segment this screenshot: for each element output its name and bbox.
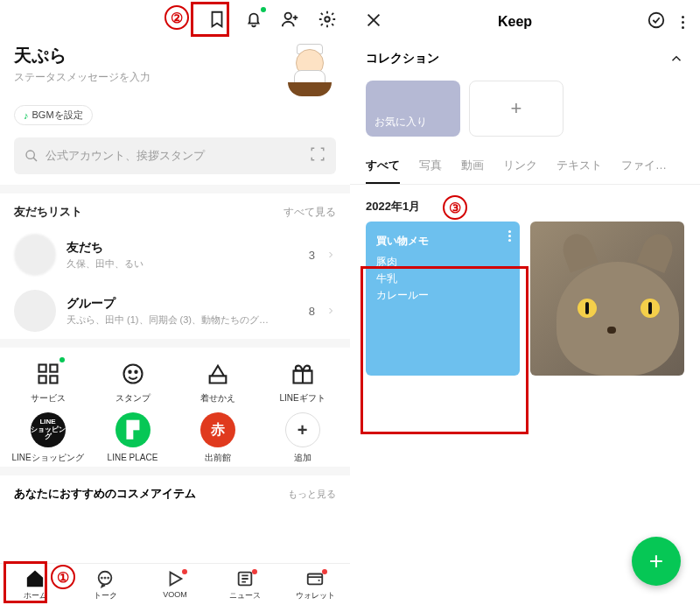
service-grid-row1: サービス スタンプ 着せかえ LINEギフト	[0, 348, 350, 407]
add-fab-button[interactable]: +	[632, 537, 681, 586]
check-icon[interactable]	[647, 11, 666, 33]
svg-rect-5	[38, 376, 46, 383]
close-icon[interactable]	[364, 11, 383, 33]
svg-point-17	[649, 13, 664, 28]
profile-avatar[interactable]	[284, 44, 336, 96]
nav-voom[interactable]: VOOM	[140, 569, 210, 601]
theme-button[interactable]: 着せかえ	[177, 360, 258, 404]
qr-scan-icon[interactable]	[310, 146, 326, 165]
line-place-button[interactable]: ▛LINE PLACE	[92, 412, 173, 463]
memo-more-icon[interactable]	[508, 230, 511, 242]
chevron-right-icon	[326, 306, 336, 316]
date-label: 2022年1月	[350, 185, 436, 222]
svg-point-9	[135, 371, 136, 373]
demaekan-button[interactable]: 赤出前館	[177, 412, 258, 463]
friends-row[interactable]: 友だち 久保、田中、るい 3	[0, 227, 350, 283]
nav-talk[interactable]: トーク	[70, 569, 140, 601]
annotation-box-2	[191, 2, 229, 37]
add-collection-button[interactable]: +	[469, 81, 564, 137]
bell-icon[interactable]	[243, 9, 264, 30]
keep-screen: Keep コレクション お気に入り + すべて 写真 動画 リンク テキスト フ…	[350, 0, 700, 605]
cosme-more-link[interactable]: もっと見る	[288, 488, 336, 501]
keep-photo-card[interactable]	[530, 222, 684, 376]
svg-rect-6	[50, 376, 57, 383]
nav-wallet[interactable]: ウォレット	[280, 569, 350, 601]
add-service-button[interactable]: +追加	[262, 412, 343, 463]
svg-rect-16	[308, 574, 323, 585]
svg-point-7	[123, 365, 142, 383]
line-shopping-button[interactable]: LINEショッピングLINEショッピング	[7, 412, 88, 463]
search-icon	[24, 149, 38, 163]
gift-button[interactable]: LINEギフト	[262, 360, 343, 404]
tab-video[interactable]: 動画	[461, 158, 484, 184]
annotation-box-1	[4, 561, 47, 603]
favorite-collection[interactable]: お気に入り	[366, 81, 460, 137]
svg-rect-3	[38, 365, 46, 372]
home-screen: ② 天ぷら ステータスメッセージを入力 ♪BGMを設定 公式アカウント、挨拶スタ…	[0, 0, 350, 605]
bgm-button[interactable]: ♪BGMを設定	[14, 105, 93, 125]
svg-point-13	[105, 578, 106, 579]
nav-news[interactable]: ニュース	[210, 569, 280, 601]
stamp-button[interactable]: スタンプ	[92, 360, 173, 404]
svg-point-14	[108, 578, 108, 579]
service-grid-row2: LINEショッピングLINEショッピング ▛LINE PLACE 赤出前館 +追…	[0, 407, 350, 467]
tab-all[interactable]: すべて	[366, 158, 400, 184]
add-friend-icon[interactable]	[280, 9, 301, 30]
profile-name: 天ぷら	[14, 44, 150, 67]
collection-header[interactable]: コレクション	[350, 44, 700, 74]
status-message[interactable]: ステータスメッセージを入力	[14, 70, 150, 85]
svg-point-0	[285, 13, 291, 19]
annotation-box-3	[360, 266, 528, 434]
keep-tabs: すべて 写真 動画 リンク テキスト ファイ…	[350, 152, 700, 185]
svg-point-1	[325, 17, 330, 22]
collection-row: お気に入り +	[350, 74, 700, 152]
friends-list-header: 友だちリスト すべて見る	[0, 193, 350, 227]
cosme-section-header: あなたにおすすめのコスメアイテム もっと見る	[0, 475, 350, 554]
annotation-3: ③	[443, 195, 467, 220]
friends-thumb	[14, 234, 56, 276]
keep-header: Keep	[350, 0, 700, 44]
svg-point-12	[102, 578, 102, 579]
annotation-1: ①	[51, 565, 75, 589]
annotation-2: ②	[164, 5, 189, 30]
chevron-right-icon	[326, 250, 336, 260]
gear-icon[interactable]	[317, 9, 338, 30]
keep-title: Keep	[498, 14, 532, 30]
tab-link[interactable]: リンク	[503, 158, 537, 184]
svg-point-8	[129, 371, 130, 373]
services-button[interactable]: サービス	[7, 360, 88, 404]
profile-section[interactable]: 天ぷら ステータスメッセージを入力	[0, 37, 350, 96]
svg-rect-4	[50, 365, 57, 372]
chevron-up-icon	[668, 51, 684, 67]
more-menu-icon[interactable]	[680, 14, 686, 31]
tab-file[interactable]: ファイ…	[621, 158, 667, 184]
search-field[interactable]: 公式アカウント、挨拶スタンプ	[14, 137, 336, 174]
tab-photo[interactable]: 写真	[419, 158, 442, 184]
tab-text[interactable]: テキスト	[556, 158, 602, 184]
see-all-link[interactable]: すべて見る	[284, 205, 336, 220]
groups-thumb	[14, 290, 56, 332]
svg-point-2	[26, 151, 34, 158]
groups-row[interactable]: グループ 天ぷら、田中 (1)、同期会 (3)、動物たちのグ… 8	[0, 283, 350, 339]
